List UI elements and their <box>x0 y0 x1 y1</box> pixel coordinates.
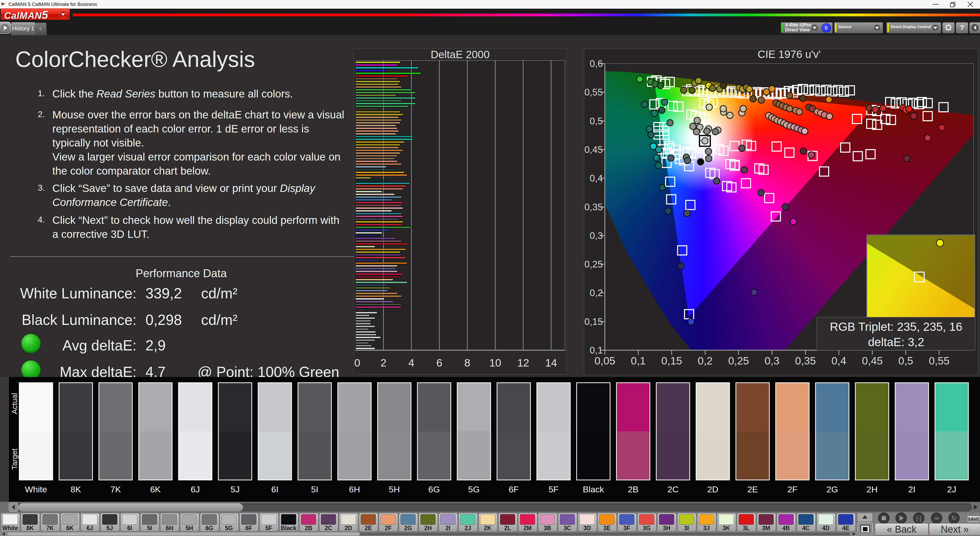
svg-text:0,3: 0,3 <box>590 231 603 241</box>
svg-text:0,25: 0,25 <box>728 355 749 367</box>
svg-text:0,5: 0,5 <box>898 355 913 367</box>
svg-text:∞: ∞ <box>934 515 939 522</box>
svg-text:0,2: 0,2 <box>590 288 603 298</box>
svg-text:0,5: 0,5 <box>590 116 603 126</box>
svg-text:0,1: 0,1 <box>631 355 646 367</box>
svg-text:0,15: 0,15 <box>584 317 603 327</box>
svg-text:RGB Triplet: 235, 235, 16: RGB Triplet: 235, 235, 16 <box>830 320 962 333</box>
svg-text:0,55: 0,55 <box>584 87 603 97</box>
svg-text:0,45: 0,45 <box>862 355 883 367</box>
svg-text:0,05: 0,05 <box>594 355 615 367</box>
svg-text:0,35: 0,35 <box>584 202 603 212</box>
svg-text:6: 6 <box>436 357 442 369</box>
svg-text:0,35: 0,35 <box>795 355 816 367</box>
svg-text:deltaE: 3,2: deltaE: 3,2 <box>868 336 924 349</box>
svg-text:0,4: 0,4 <box>590 173 603 183</box>
svg-text:0,3: 0,3 <box>765 355 780 367</box>
svg-text:14: 14 <box>545 357 557 369</box>
svg-text:8: 8 <box>464 357 470 369</box>
svg-text:0: 0 <box>354 357 360 369</box>
svg-text:0,25: 0,25 <box>584 259 603 270</box>
svg-text:12: 12 <box>517 357 529 369</box>
svg-text:0,45: 0,45 <box>584 145 603 155</box>
svg-text:5: 5 <box>3 3 3 5</box>
svg-text:0,55: 0,55 <box>929 355 950 367</box>
svg-text:2: 2 <box>380 357 387 369</box>
svg-text:0,15: 0,15 <box>661 355 682 367</box>
svg-text:↻: ↻ <box>951 515 956 522</box>
svg-text:[-]: [-] <box>916 515 921 522</box>
svg-text:4: 4 <box>408 357 414 369</box>
svg-text:10: 10 <box>489 357 501 369</box>
svg-text:DeltaE 2000: DeltaE 2000 <box>431 48 490 60</box>
svg-text:0,6: 0,6 <box>590 59 603 69</box>
svg-text:0,4: 0,4 <box>832 355 846 367</box>
svg-text:0,1: 0,1 <box>590 345 603 356</box>
svg-text:CIE 1976 u'v': CIE 1976 u'v' <box>757 49 821 60</box>
svg-text:0,2: 0,2 <box>698 355 713 367</box>
